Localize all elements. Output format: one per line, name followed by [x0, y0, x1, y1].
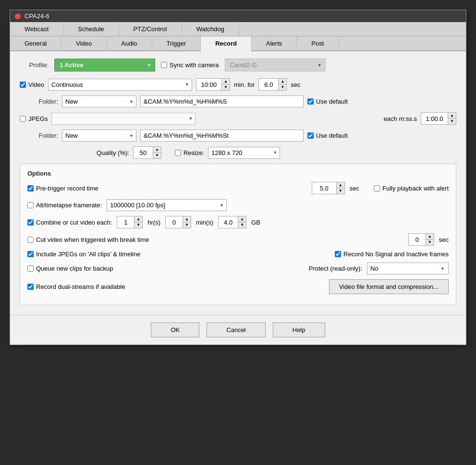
jpegs-use-default-checkbox[interactable]: [307, 132, 314, 139]
min-up[interactable]: ▲: [183, 216, 191, 222]
tab-watchdog[interactable]: Watchdog: [182, 22, 239, 36]
gb-input[interactable]: [219, 216, 238, 228]
combine-row: Combine or cut video each: ▲ ▼ hr(s) ▲ ▼: [27, 216, 449, 228]
tab-general[interactable]: General: [10, 36, 61, 50]
camera-select[interactable]: Cam82-G: [225, 59, 326, 72]
video-time-down[interactable]: ▼: [222, 84, 230, 90]
profile-label: Profile:: [20, 61, 49, 69]
tab-audio[interactable]: Audio: [107, 36, 152, 50]
tab-post[interactable]: Post: [297, 36, 339, 50]
quality-input[interactable]: [134, 147, 153, 158]
cut-sec-input[interactable]: [409, 234, 426, 245]
jpegs-checkbox-label[interactable]: JPEGs: [20, 115, 48, 122]
queue-backup-checkbox[interactable]: [27, 265, 34, 272]
options-title: Options: [27, 170, 449, 177]
jpegs-use-default-text: Use default: [316, 132, 348, 139]
video-checkbox-label[interactable]: Video: [20, 81, 44, 88]
alt-timelapse-checkbox-label[interactable]: Alt/timelapse framerate:: [27, 202, 102, 209]
include-jpegs-checkbox-label[interactable]: Include JPEGs on 'All clips' & timeline: [27, 250, 140, 258]
ok-button[interactable]: OK: [151, 322, 199, 337]
video-time-up[interactable]: ▲: [222, 79, 230, 84]
hr-up[interactable]: ▲: [134, 216, 142, 222]
jpegs-time-input[interactable]: [421, 113, 448, 124]
tab-schedule[interactable]: Schedule: [63, 22, 119, 36]
tab-record[interactable]: Record: [201, 36, 252, 51]
hr-down[interactable]: ▼: [134, 222, 142, 228]
combine-checkbox[interactable]: [27, 219, 34, 226]
cancel-button[interactable]: Cancel: [207, 322, 265, 337]
hr-label: hr(s): [147, 219, 160, 226]
pre-trigger-checkbox[interactable]: [27, 185, 34, 191]
video-mode-select[interactable]: Continuous: [48, 79, 192, 91]
tab-alerts[interactable]: Alerts: [252, 36, 297, 50]
jpegs-checkbox[interactable]: [20, 116, 26, 122]
cut-sec-up[interactable]: ▲: [426, 234, 434, 239]
jpegs-folder-path-input[interactable]: [140, 130, 304, 142]
pre-trigger-down[interactable]: ▼: [337, 188, 344, 194]
footer-buttons: OK Cancel Help: [10, 315, 466, 345]
cut-sec-down[interactable]: ▼: [426, 239, 434, 245]
min-for-label: min. for: [234, 81, 255, 88]
pre-trigger-input[interactable]: [312, 182, 336, 194]
resize-checkbox[interactable]: [175, 150, 181, 156]
gb-down[interactable]: ▼: [238, 222, 246, 228]
video-checkbox[interactable]: [20, 82, 26, 88]
profile-row: Profile: 1 Active Sync with camera Cam82…: [20, 59, 456, 72]
quality-up[interactable]: ▲: [153, 147, 161, 153]
tab-video[interactable]: Video: [61, 36, 107, 50]
sync-camera-checkbox-label[interactable]: Sync with camera: [161, 61, 219, 69]
video-use-default-checkbox[interactable]: [307, 98, 314, 105]
combine-checkbox-label[interactable]: Combine or cut video each:: [27, 219, 112, 226]
dual-streams-checkbox-label[interactable]: Record dual-streams if available: [27, 283, 125, 290]
hr-input[interactable]: [117, 216, 134, 228]
alt-timelapse-checkbox[interactable]: [27, 202, 34, 208]
queue-backup-checkbox-label[interactable]: Queue new clips for backup: [27, 265, 113, 272]
quality-down[interactable]: ▼: [153, 153, 161, 158]
gb-up[interactable]: ▲: [238, 216, 246, 222]
video-folder-select[interactable]: New: [62, 95, 136, 107]
combine-label: Combine or cut video each:: [36, 219, 112, 226]
tab-trigger[interactable]: Trigger: [152, 36, 201, 50]
min-input[interactable]: [166, 216, 183, 228]
profile-select[interactable]: 1 Active: [54, 59, 155, 72]
video-folder-path-input[interactable]: [140, 95, 304, 107]
tab-webcast[interactable]: Webcast: [10, 22, 63, 36]
record-no-signal-checkbox[interactable]: [335, 251, 341, 257]
video-use-default-label[interactable]: Use default: [307, 98, 348, 105]
cut-video-checkbox-label[interactable]: Cut video when triggered with break time: [27, 236, 149, 243]
video-sec-input[interactable]: [259, 79, 278, 90]
cut-video-checkbox[interactable]: [27, 237, 34, 243]
protect-select[interactable]: No: [367, 262, 449, 274]
fully-playback-text: Fully playback with alert: [382, 185, 449, 192]
queue-protect-row: Queue new clips for backup Protect (read…: [27, 262, 449, 274]
jpegs-folder-select[interactable]: New: [62, 130, 136, 142]
main-content: Profile: 1 Active Sync with camera Cam82…: [10, 51, 466, 315]
video-sec-down[interactable]: ▼: [279, 84, 286, 90]
min-down[interactable]: ▼: [183, 222, 191, 228]
jpegs-time-down[interactable]: ▼: [448, 119, 456, 124]
dual-streams-checkbox[interactable]: [27, 284, 34, 290]
pre-trigger-up[interactable]: ▲: [337, 182, 344, 188]
video-format-button[interactable]: Video file format and compression...: [329, 279, 449, 294]
resize-checkbox-label[interactable]: Resize:: [175, 149, 204, 156]
each-label: each m:ss.s: [384, 115, 417, 122]
include-jpegs-checkbox[interactable]: [27, 251, 34, 257]
resize-select[interactable]: 1280 x 720: [208, 147, 280, 159]
help-button[interactable]: Help: [273, 322, 325, 337]
sync-camera-checkbox[interactable]: [161, 62, 167, 68]
record-no-signal-checkbox-label[interactable]: Record No Signal and Inactive frames: [335, 250, 449, 258]
jpegs-use-default-label[interactable]: Use default: [307, 132, 348, 139]
video-sec-up[interactable]: ▲: [279, 79, 286, 84]
protect-select-wrapper: No: [367, 262, 449, 274]
framerate-select[interactable]: 1000000 [10.00 fps]: [107, 199, 227, 211]
title-bar: CPA24-6: [10, 10, 466, 22]
video-folder-label: Folder:: [20, 98, 58, 105]
video-time-input[interactable]: [196, 79, 221, 90]
close-button[interactable]: [15, 13, 21, 19]
jpegs-time-up[interactable]: ▲: [448, 113, 456, 119]
pre-trigger-checkbox-label[interactable]: Pre-trigger record time: [27, 185, 98, 192]
tab-ptz[interactable]: PTZ/Control: [119, 22, 182, 36]
fully-playback-checkbox[interactable]: [374, 185, 380, 191]
jpegs-mode-select[interactable]: [51, 113, 195, 125]
fully-playback-label[interactable]: Fully playback with alert: [374, 185, 449, 192]
